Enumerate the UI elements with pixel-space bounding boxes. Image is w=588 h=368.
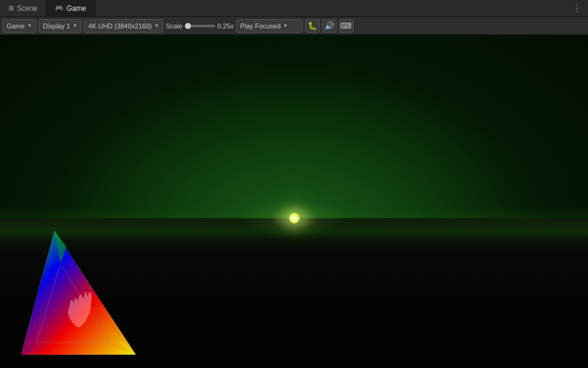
resolution-dropdown[interactable]: 4K UHD (3840x2160) ▼ xyxy=(84,19,163,33)
scale-slider-thumb xyxy=(185,23,191,29)
scale-slider[interactable] xyxy=(185,25,215,27)
sun xyxy=(289,213,300,224)
game-dropdown-arrow: ▼ xyxy=(27,23,32,28)
game-dropdown[interactable]: Game ▼ xyxy=(2,19,36,33)
bug-icon: 🐛 xyxy=(308,21,317,30)
toolbar: Game ▼ Display 1 ▼ 4K UHD (3840x2160) ▼ … xyxy=(0,17,588,35)
tab-bar: ⊞ Scene 🎮 Game ⋮ xyxy=(0,0,588,17)
bug-icon-button[interactable]: 🐛 xyxy=(305,19,320,33)
audio-icon-button[interactable]: 🔊 xyxy=(322,19,337,33)
resolution-dropdown-label: 4K UHD (3840x2160) xyxy=(88,22,152,30)
keyboard-icon: ⌨ xyxy=(340,21,352,30)
more-options-icon[interactable]: ⋮ xyxy=(566,0,588,17)
play-focused-arrow: ▼ xyxy=(283,23,288,28)
game-dropdown-label: Game xyxy=(7,22,25,30)
gamut-widget xyxy=(18,228,139,361)
sun-container xyxy=(289,213,300,224)
play-focused-dropdown[interactable]: Play Focused ▼ xyxy=(236,19,303,33)
gamut-svg xyxy=(18,228,139,361)
audio-icon: 🔊 xyxy=(325,21,334,30)
scale-label: Scale xyxy=(166,22,183,30)
tab-game-label: Game xyxy=(66,4,86,13)
tab-game[interactable]: 🎮 Game xyxy=(47,0,95,16)
play-focused-label: Play Focused xyxy=(241,22,281,30)
game-viewport xyxy=(0,35,588,368)
display-dropdown-arrow: ▼ xyxy=(73,23,77,28)
resolution-dropdown-arrow: ▼ xyxy=(154,23,159,28)
keyboard-icon-button[interactable]: ⌨ xyxy=(339,19,354,33)
game-controller-icon: 🎮 xyxy=(55,4,63,12)
scene-icon: ⊞ xyxy=(8,4,14,12)
tab-scene-label: Scene xyxy=(17,4,37,13)
gamut-color-fill xyxy=(21,231,136,355)
display-dropdown[interactable]: Display 1 ▼ xyxy=(39,19,82,33)
scale-control: Scale 0.25x xyxy=(166,22,233,30)
display-dropdown-label: Display 1 xyxy=(43,22,70,30)
tab-scene[interactable]: ⊞ Scene xyxy=(0,0,47,16)
scale-value: 0.25x xyxy=(218,22,234,30)
